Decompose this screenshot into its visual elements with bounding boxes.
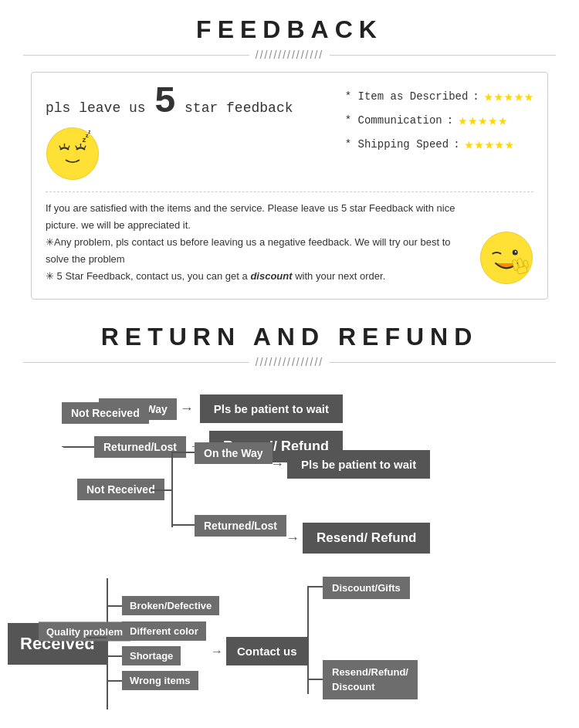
- arrow-icon-1: →: [270, 456, 284, 472]
- resend-refund-discount-pos: Resend/Refund/Discount: [323, 660, 418, 699]
- wrong-items-text: Wrong items: [130, 675, 191, 686]
- star: ★: [498, 110, 507, 130]
- not-received-flow: On the Way → Pls be patient to wait Retu…: [0, 387, 579, 439]
- para3-post: with your next order.: [295, 270, 385, 282]
- feedback-divider: ///////////////: [23, 49, 556, 61]
- on-the-way-text: On the Way: [204, 447, 263, 459]
- shortage-text: Shortage: [130, 650, 173, 662]
- v-connector: [149, 412, 151, 414]
- feedback-text-content: If you are satisfied with the items and …: [46, 200, 472, 285]
- rating-colon-3: :: [453, 138, 459, 151]
- diff-color-box: Different color: [122, 621, 206, 641]
- qp-4-hline: [107, 680, 122, 682]
- star: ★: [494, 86, 503, 106]
- rating-row-1: * Item as Described : ★ ★ ★ ★ ★: [345, 86, 533, 106]
- para3-pre: ✳ 5 Star Feedback, contact us, you can g…: [46, 270, 248, 282]
- contact-box: Contact us: [226, 637, 308, 665]
- star: ★: [524, 86, 533, 106]
- diff-color-text: Different color: [130, 625, 198, 637]
- resend-refund-label-box: Resend/ Refund: [303, 523, 430, 554]
- feedback-para-3: ✳ 5 Star Feedback, contact us, you can g…: [46, 268, 472, 285]
- on-way-pos: On the Way: [195, 442, 273, 464]
- star: ★: [485, 134, 494, 154]
- svg-point-0: [46, 127, 98, 179]
- star: ★: [484, 86, 493, 106]
- refund-title: RETURN AND REFUND: [23, 323, 556, 351]
- divider-line-right: [330, 55, 556, 56]
- slogan-pre: pls leave us: [46, 100, 146, 116]
- not-received-label: Not Received: [71, 407, 140, 419]
- refund-section: RETURN AND REFUND ///////////////: [0, 307, 579, 387]
- sleeping-emoji: z z z: [46, 127, 100, 181]
- qp-to-vline: [86, 637, 107, 638]
- nr-label-group: Not Received: [62, 402, 564, 424]
- feedback-right: * Item as Described : ★ ★ ★ ★ ★ * Commun…: [345, 86, 533, 154]
- returned-lost-text: Returned/Lost: [204, 520, 277, 532]
- qp-top-hline: [107, 605, 122, 607]
- feedback-para-1: If you are satisfied with the items and …: [46, 200, 472, 234]
- rating-label-1: * Item as Described: [345, 90, 469, 103]
- to-contact: → Contact us: [211, 637, 308, 665]
- winking-emoji: [479, 231, 533, 285]
- nr-hline-main: [151, 489, 171, 491]
- feedback-title: FEEDBACK: [23, 15, 556, 44]
- feedback-left: pls leave us 5 star feedback: [46, 83, 293, 184]
- slogan-num: 5: [154, 81, 176, 123]
- shortage-box: Shortage: [122, 646, 181, 665]
- rating-colon-1: :: [472, 90, 479, 103]
- stars-2: ★ ★ ★ ★ ★: [458, 110, 507, 130]
- broken-pos: Broken/Defective: [122, 596, 219, 615]
- not-received-text: Not Received: [86, 483, 155, 496]
- rating-row-3: * Shipping Speed : ★ ★ ★ ★ ★: [345, 134, 533, 154]
- feedback-slogan: pls leave us 5 star feedback: [46, 83, 293, 120]
- returned-pos: Returned/Lost: [195, 515, 286, 537]
- contact-text: Contact us: [237, 645, 297, 658]
- feedback-para-2: ✳Any problem, pls contact us before leav…: [46, 234, 472, 268]
- branch2-hline: [171, 524, 195, 526]
- star: ★: [495, 134, 504, 154]
- branch1-result: → Pls be patient to wait: [270, 450, 430, 479]
- feedback-section: FEEDBACK /////////////// pls leave us 5 …: [0, 0, 579, 307]
- rating-label-2: * Communication: [345, 114, 442, 127]
- refund-divider: ///////////////: [23, 356, 556, 368]
- star: ★: [505, 134, 514, 154]
- feedback-top: pls leave us 5 star feedback: [46, 83, 533, 184]
- arrow-to-contact: →: [211, 645, 223, 659]
- divider-zigzag: ///////////////: [249, 49, 330, 61]
- contact-vline: [307, 586, 309, 694]
- nr-diagram: Not Received On the Way → Pls be patient…: [0, 439, 579, 540]
- branch1-hline: [171, 452, 195, 453]
- not-received-box: Not Received: [62, 402, 149, 424]
- received-hline: [91, 644, 107, 645]
- patient-wait-text: Pls be patient to wait: [301, 458, 416, 471]
- star: ★: [465, 134, 474, 154]
- stars-1: ★ ★ ★ ★ ★: [484, 86, 533, 106]
- star: ★: [468, 110, 477, 130]
- patient-wait-label-box: Pls be patient to wait: [287, 450, 430, 479]
- res2-hline: [307, 679, 323, 680]
- arrow-icon-2: →: [286, 530, 300, 547]
- qp-label-absolute: Quality problem: [39, 621, 130, 641]
- wrong-items-box: Wrong items: [122, 671, 198, 690]
- quality-problem-box: Quality problem: [39, 621, 130, 641]
- discount-gifts-pos: Discount/Gifts: [323, 577, 410, 599]
- star: ★: [514, 86, 523, 106]
- star: ★: [475, 134, 484, 154]
- star: ★: [458, 110, 467, 130]
- resend-refund-discount-text: Resend/Refund/Discount: [332, 666, 408, 692]
- received-diagram: Received Broken/Defective Different colo…: [0, 563, 579, 725]
- star: ★: [488, 110, 497, 130]
- shortage-pos: Shortage: [122, 646, 181, 665]
- broken-box: Broken/Defective: [122, 596, 219, 615]
- para3-italic: discount: [250, 270, 292, 282]
- quality-problem-text: Quality problem: [46, 625, 123, 637]
- branch2-result: → Resend/ Refund: [286, 523, 430, 554]
- returned-lost-label-box: Returned/Lost: [195, 515, 286, 537]
- received-vline: [107, 578, 108, 709]
- diff-color-pos: Different color: [122, 621, 206, 641]
- svg-text:z: z: [88, 129, 90, 134]
- nr-vline: [171, 452, 173, 527]
- wrong-pos: Wrong items: [122, 671, 198, 690]
- star: ★: [478, 110, 487, 130]
- qp-3-hline: [107, 655, 122, 657]
